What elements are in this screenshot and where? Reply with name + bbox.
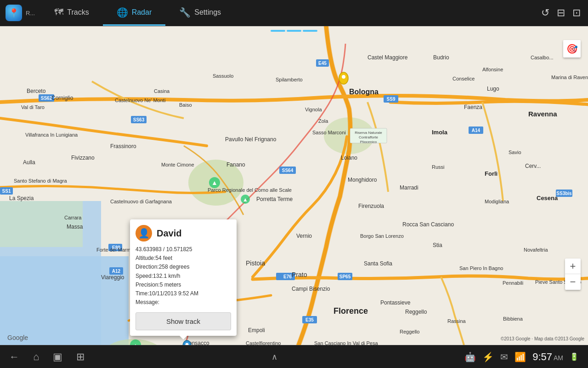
svg-text:Marradi: Marradi	[400, 184, 418, 191]
tab-radar[interactable]: 🌐 Radar	[103, 0, 166, 26]
svg-text:Castel Maggiore: Castel Maggiore	[368, 54, 408, 61]
svg-text:Prato: Prato	[292, 271, 307, 278]
popup-header: 👤 David	[136, 225, 231, 242]
scroll-indicator	[271, 30, 317, 32]
svg-text:Baiso: Baiso	[179, 102, 192, 108]
svg-text:Campi Bisenzio: Campi Bisenzio	[292, 286, 330, 292]
tab-settings[interactable]: 🔧 Settings	[165, 0, 235, 26]
popup-precision: Precision:5 meters	[136, 281, 231, 289]
svg-text:Viareggio: Viareggio	[101, 274, 124, 281]
svg-text:Spilamberto: Spilamberto	[276, 77, 303, 82]
svg-text:Stia: Stia	[433, 242, 442, 248]
popup-avatar: 👤	[136, 225, 152, 242]
avatar-icon: 👤	[138, 228, 150, 239]
app-label: R...	[26, 10, 35, 17]
svg-text:Reggello: Reggello	[405, 309, 427, 315]
svg-text:Pennabili: Pennabili	[503, 280, 523, 286]
popup-name: David	[157, 228, 181, 239]
refresh-button[interactable]: ↺	[541, 7, 549, 19]
svg-text:Zola: Zola	[318, 118, 328, 124]
svg-text:Contrafforte: Contrafforte	[359, 135, 379, 139]
time-display: 9:57AM	[532, 351, 563, 363]
show-track-button[interactable]: Show track	[136, 312, 231, 330]
time-ampm: AM	[554, 354, 563, 362]
svg-text:Santa Sofia: Santa Sofia	[364, 260, 392, 267]
svg-text:Casina: Casina	[154, 88, 170, 94]
popup-altitude: Altitude:54 feet	[136, 254, 231, 263]
svg-text:Castelnuovo di Garfagnana: Castelnuovo di Garfagnana	[110, 199, 172, 204]
svg-text:SS3bis: SS3bis	[556, 191, 572, 196]
popup-time: Time:10/11/2013 9:52 AM	[136, 289, 231, 298]
svg-text:Rocca San Casciano: Rocca San Casciano	[402, 221, 454, 228]
svg-text:Fivizzano: Fivizzano	[71, 155, 95, 161]
recent-button[interactable]: ▣	[53, 351, 62, 363]
svg-text:Ravenna: Ravenna	[528, 110, 557, 118]
svg-text:Pavullo Nel Frignano: Pavullo Nel Frignano	[225, 136, 277, 143]
svg-text:Villafranca In Lunigiana: Villafranca In Lunigiana	[25, 132, 78, 138]
filter-button[interactable]: ⊟	[557, 7, 565, 19]
scroll-bar-3	[303, 30, 317, 32]
radar-icon: 🌐	[117, 7, 128, 18]
popup-coordinates: 43.633983 / 10.571825	[136, 245, 231, 254]
up-arrow-button[interactable]: ∧	[271, 352, 277, 362]
android-icon: 🤖	[464, 351, 476, 362]
svg-text:Aulla: Aulla	[23, 159, 35, 166]
svg-text:Carrara: Carrara	[64, 215, 82, 220]
svg-text:Marina di Raven...: Marina di Raven...	[551, 75, 588, 80]
zoom-controls: + −	[565, 259, 581, 290]
svg-text:Fanano: Fanano	[226, 161, 245, 168]
multi-button[interactable]: ⊞	[76, 351, 85, 363]
scroll-bar-1	[271, 30, 285, 32]
tab-tracks[interactable]: 🗺 Tracks	[40, 0, 102, 26]
tracks-icon: 🗺	[54, 7, 63, 17]
map-svg: E45 SS9 A14 SS64 SS67 SP65 E35 SS3bis SS…	[0, 26, 588, 345]
svg-text:Castelnuovo Ne' Monti: Castelnuovo Ne' Monti	[115, 98, 165, 103]
email-icon: ✉	[500, 351, 508, 362]
settings-icon: 🔧	[179, 7, 191, 18]
time-value: 9:57	[532, 351, 552, 362]
zoom-in-button[interactable]: +	[565, 259, 581, 274]
back-button[interactable]: ←	[9, 351, 19, 363]
svg-text:Pontassieve: Pontassieve	[380, 299, 411, 306]
svg-text:Cerv...: Cerv...	[525, 163, 541, 169]
svg-text:Borgo San Lorenzo: Borgo San Lorenzo	[360, 233, 404, 239]
app-logo-area: 📍 R...	[0, 0, 40, 26]
svg-text:Faenza: Faenza	[464, 104, 482, 110]
popup-speed: Speed:132.1 km/h	[136, 272, 231, 281]
info-popup: 👤 David 43.633983 / 10.571825 Altitude:5…	[130, 219, 237, 336]
svg-text:Loiano: Loiano	[341, 155, 357, 161]
svg-text:▲: ▲	[243, 196, 248, 203]
svg-text:SS9: SS9	[387, 97, 396, 102]
zoom-out-button[interactable]: −	[565, 274, 581, 290]
map-area[interactable]: E45 SS9 A14 SS64 SS67 SP65 E35 SS3bis SS…	[0, 26, 588, 345]
popup-direction: Direction:258 degrees	[136, 263, 231, 271]
svg-text:A12: A12	[112, 269, 121, 274]
svg-text:Monte Cimone: Monte Cimone	[161, 162, 194, 167]
scroll-bar-2	[287, 30, 301, 32]
svg-text:Castelfiorentino: Castelfiorentino	[246, 340, 281, 345]
export-button[interactable]: ⊡	[572, 7, 581, 19]
location-button[interactable]: 🎯	[563, 40, 581, 58]
svg-text:Santo Stefano di Magra: Santo Stefano di Magra	[14, 178, 67, 184]
svg-text:E76: E76	[283, 274, 292, 279]
svg-text:SS63: SS63	[133, 117, 145, 122]
bottom-navigation-bar: ← ⌂ ▣ ⊞ ∧ 🤖 ⚡ ✉ 📶 9:57AM 🔋	[0, 345, 588, 368]
svg-text:Savio: Savio	[509, 150, 521, 155]
svg-text:SP65: SP65	[339, 274, 351, 279]
home-button[interactable]: ⌂	[33, 351, 39, 363]
svg-text:San Casciano In Val di Pesa: San Casciano In Val di Pesa	[314, 340, 378, 345]
svg-text:Val di Taro: Val di Taro	[21, 104, 45, 110]
svg-text:Bibbiena: Bibbiena	[503, 316, 523, 322]
svg-text:Bologna: Bologna	[349, 88, 379, 96]
svg-text:E45: E45	[318, 61, 327, 66]
svg-text:Florence: Florence	[334, 306, 368, 316]
usb-icon: ⚡	[482, 351, 494, 362]
svg-text:Monghidoro: Monghidoro	[348, 177, 377, 183]
svg-text:San Piero In Bagno: San Piero In Bagno	[459, 265, 503, 271]
nav-tabs: 🗺 Tracks 🌐 Radar 🔧 Settings	[40, 0, 534, 26]
svg-text:Riserva Naturale: Riserva Naturale	[355, 131, 382, 135]
bottom-status-group: 🤖 ⚡ ✉ 📶 9:57AM 🔋	[464, 351, 579, 363]
popup-info: 43.633983 / 10.571825 Altitude:54 feet D…	[136, 245, 231, 307]
signal-icon: 📶	[514, 351, 526, 362]
svg-text:Novafeltria: Novafeltria	[524, 247, 548, 253]
